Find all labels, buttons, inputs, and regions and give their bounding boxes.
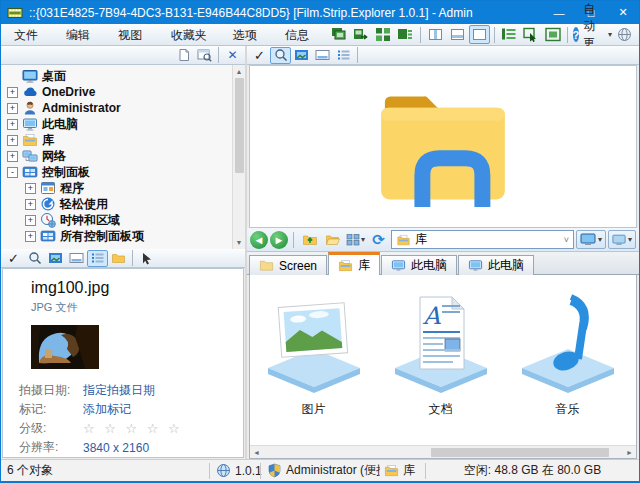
- tree-item-label: 控制面板: [42, 164, 90, 181]
- expander-icon[interactable]: +: [25, 215, 36, 226]
- tree-item-control-panel[interactable]: - 控制面板: [1, 164, 245, 180]
- tree-item-programs[interactable]: + 程序: [1, 180, 245, 196]
- library-item-music[interactable]: 音乐: [504, 291, 631, 418]
- expander-icon[interactable]: +: [25, 183, 36, 194]
- expander-icon[interactable]: +: [7, 103, 18, 114]
- right-panel: ✓ ◄ ► ▾: [247, 46, 639, 459]
- expander-icon[interactable]: +: [7, 119, 18, 130]
- views-button[interactable]: ▾: [345, 230, 366, 249]
- photo-thumbnail[interactable]: [31, 325, 99, 369]
- menu-file[interactable]: 文件 (F): [5, 25, 57, 45]
- folder-up-icon: [302, 232, 318, 247]
- magnifier-button[interactable]: [270, 47, 291, 64]
- slide-view-button[interactable]: [312, 47, 333, 64]
- menu-info[interactable]: 信息 (H): [276, 25, 329, 45]
- scrollbar-thumb[interactable]: [431, 448, 609, 457]
- property-value-tags[interactable]: 添加标记: [83, 401, 131, 418]
- library-item-pictures[interactable]: 图片: [250, 291, 377, 418]
- pointer-button[interactable]: [136, 250, 157, 267]
- globe-button[interactable]: [614, 25, 635, 44]
- check-button[interactable]: ✓: [3, 250, 24, 267]
- layout-single-button[interactable]: [469, 25, 490, 44]
- list-view-button[interactable]: [333, 47, 354, 64]
- refresh-button[interactable]: ⟳: [368, 230, 389, 249]
- library-folder-icon: [384, 463, 399, 478]
- monitor-dropdown-button-2[interactable]: ▾: [608, 230, 636, 249]
- tree-item-onedrive[interactable]: + OneDrive: [1, 84, 245, 100]
- expander-icon[interactable]: +: [7, 135, 18, 146]
- close-button[interactable]: ✕: [607, 1, 639, 24]
- property-value-date-taken[interactable]: 指定拍摄日期: [83, 382, 155, 399]
- single-pane-icon: [473, 29, 486, 40]
- library-item-label: 音乐: [556, 401, 580, 418]
- scroll-right-icon[interactable]: ►: [623, 446, 636, 459]
- tab-libraries[interactable]: 库: [328, 252, 380, 275]
- tab-screen[interactable]: Screen: [249, 255, 327, 275]
- scroll-left-icon[interactable]: ◄: [250, 446, 263, 459]
- auto-update-button[interactable]: ? 自动更新 ▾: [572, 25, 613, 44]
- tool-button-4[interactable]: [395, 25, 416, 44]
- tool-button-2[interactable]: [351, 25, 372, 44]
- up-folder-button[interactable]: [299, 230, 320, 249]
- slide-view-button[interactable]: [66, 250, 87, 267]
- tab-this-pc-1[interactable]: 此电脑: [381, 255, 457, 275]
- back-button[interactable]: ◄: [250, 231, 268, 249]
- tree-item-label: 桌面: [42, 68, 66, 85]
- scroll-down-icon[interactable]: ▼: [233, 236, 246, 249]
- library-item-label: 图片: [302, 401, 326, 418]
- tool-button-7[interactable]: [542, 25, 563, 44]
- tool-button-6[interactable]: [520, 25, 541, 44]
- chevron-down-icon[interactable]: ˅: [564, 235, 569, 245]
- expander-icon[interactable]: -: [7, 167, 18, 178]
- tree-item-all-control-panel-items[interactable]: + 所有控制面板项: [1, 228, 245, 244]
- pictures-library-icon: [265, 291, 363, 397]
- menu-edit[interactable]: 编辑 (E): [57, 25, 109, 45]
- menu-favorites[interactable]: 收藏夹 (A): [162, 25, 224, 45]
- search-window-button[interactable]: [194, 47, 215, 64]
- tree-item-libraries[interactable]: + 库: [1, 132, 245, 148]
- tool-button-1[interactable]: [329, 25, 350, 44]
- scrollbar-thumb[interactable]: [235, 78, 244, 173]
- forward-button[interactable]: ►: [270, 231, 288, 249]
- close-panel-button[interactable]: ✕: [222, 47, 243, 64]
- folder-icon: [111, 251, 126, 265]
- tree-scrollbar[interactable]: ▲ ▼: [232, 65, 245, 249]
- expander-icon[interactable]: +: [7, 87, 18, 98]
- new-page-button[interactable]: [173, 47, 194, 64]
- tool-button-5[interactable]: [498, 25, 519, 44]
- title-bar[interactable]: ::{031E4825-7B94-4DC3-B131-E946B44C8DD5}…: [1, 1, 639, 24]
- tree-item-administrator[interactable]: + Administrator: [1, 100, 245, 116]
- expander-icon[interactable]: +: [25, 199, 36, 210]
- tree-item-clock-region[interactable]: + 时钟和区域: [1, 212, 245, 228]
- menu-view[interactable]: 视图 (V): [109, 25, 161, 45]
- rating-stars[interactable]: ☆ ☆ ☆ ☆ ☆: [83, 421, 183, 436]
- onedrive-cloud-icon: [22, 84, 38, 100]
- tree-item-ease-of-access[interactable]: + 轻松使用: [1, 196, 245, 212]
- magnifier-button[interactable]: [24, 250, 45, 267]
- content-scrollbar[interactable]: ◄ ►: [250, 445, 636, 458]
- filmstrip-view-button[interactable]: [45, 250, 66, 267]
- browse-folder-button[interactable]: [322, 230, 343, 249]
- scroll-up-icon[interactable]: ▲: [233, 65, 246, 78]
- expander-icon[interactable]: +: [25, 231, 36, 242]
- tool-button-3[interactable]: [373, 25, 394, 44]
- check-button[interactable]: ✓: [249, 47, 270, 64]
- expander-icon[interactable]: +: [7, 151, 18, 162]
- menu-options[interactable]: 选项 (X): [224, 25, 276, 45]
- desktop-icon: [22, 68, 38, 84]
- library-item-documents[interactable]: A 文档: [377, 291, 504, 418]
- control-panel-icon: [40, 228, 56, 244]
- layout-vertical-button[interactable]: [425, 25, 446, 44]
- tree-item-this-pc[interactable]: + 此电脑: [1, 116, 245, 132]
- list-view-button[interactable]: [87, 250, 108, 267]
- tree-item-network[interactable]: + 网络: [1, 148, 245, 164]
- layout-horizontal-button[interactable]: [447, 25, 468, 44]
- address-combobox[interactable]: 库 ˅: [391, 230, 574, 249]
- tab-this-pc-2[interactable]: 此电脑: [458, 255, 534, 275]
- minimize-button[interactable]: —: [543, 1, 575, 24]
- search-window-icon: [197, 48, 212, 62]
- tree-item-desktop[interactable]: 桌面: [1, 68, 245, 84]
- filmstrip-view-button[interactable]: [291, 47, 312, 64]
- folder-view-button[interactable]: [108, 250, 129, 267]
- monitor-dropdown-button-1[interactable]: ▾: [576, 230, 606, 249]
